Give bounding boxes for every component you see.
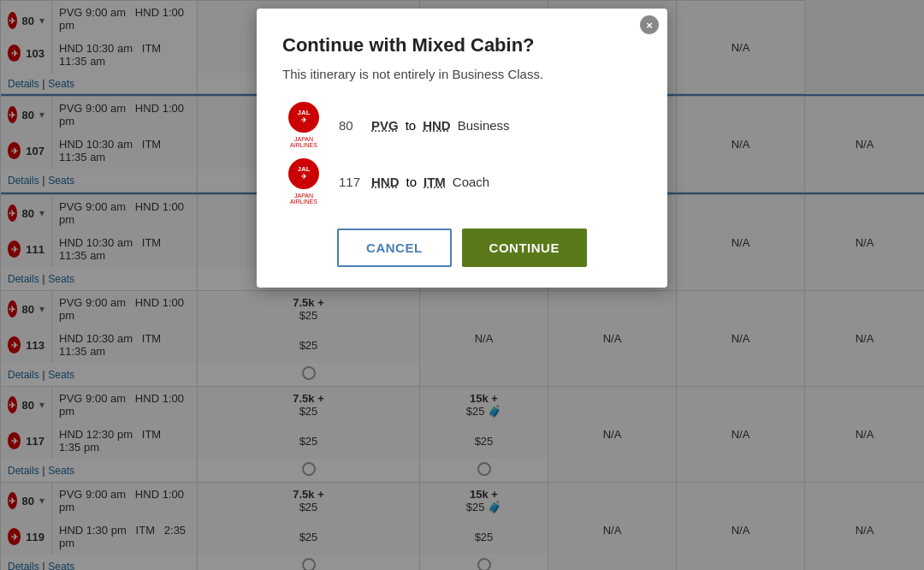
flight-list: JAL✈ JAPANAIRLINES 80 PVG to HND Busines…: [282, 102, 642, 205]
modal-subtitle: This itinerary is not entirely in Busine…: [282, 67, 642, 81]
modal-overlay: × Continue with Mixed Cabin? This itiner…: [0, 0, 924, 570]
flight-num-2: 117: [339, 175, 364, 189]
continue-button[interactable]: CONTINUE: [462, 229, 587, 267]
flight-num-1: 80: [339, 118, 364, 133]
airline-logo-col-2: JAL✈ JAPANAIRLINES: [282, 158, 325, 205]
flight-item-1: JAL✈ JAPANAIRLINES 80 PVG to HND Busines…: [282, 102, 642, 148]
airline-logo-1: JAL✈: [288, 102, 319, 133]
flight-info-1: 80 PVG to HND Business: [339, 118, 510, 133]
modal-title: Continue with Mixed Cabin?: [282, 34, 642, 56]
airline-name-1: JAPANAIRLINES: [290, 136, 317, 148]
dest-2: ITM: [424, 175, 446, 189]
airline-logo-col: JAL✈ JAPANAIRLINES: [282, 102, 325, 148]
flight-item-2: JAL✈ JAPANAIRLINES 117 HND to ITM Coach: [282, 158, 642, 205]
cabin-1: Business: [458, 118, 510, 133]
dest-1: HND: [423, 118, 451, 133]
modal-actions: CANCEL CONTINUE: [282, 229, 642, 267]
to-label-1: to: [406, 118, 417, 133]
flight-info-2: 117 HND to ITM Coach: [339, 175, 489, 189]
close-button[interactable]: ×: [640, 15, 659, 34]
origin-2: HND: [371, 175, 400, 189]
to-label-2: to: [406, 175, 418, 189]
airline-name-2: JAPANAIRLINES: [290, 193, 317, 205]
origin-1: PVG: [371, 118, 399, 133]
cancel-button[interactable]: CANCEL: [337, 229, 452, 267]
cabin-2: Coach: [453, 175, 489, 189]
mixed-cabin-modal: × Continue with Mixed Cabin? This itiner…: [257, 9, 667, 288]
airline-logo-2: JAL✈: [288, 158, 319, 189]
